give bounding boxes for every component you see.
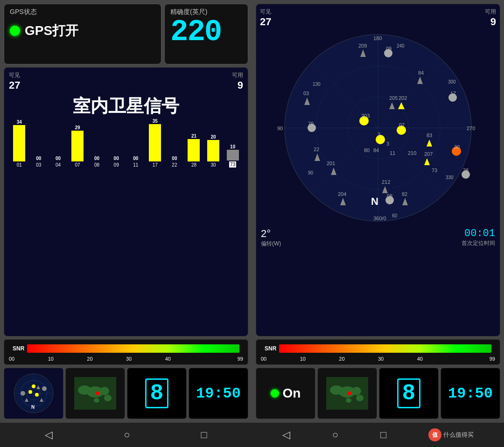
digit-thumbnail-right[interactable]: 8 <box>379 368 439 419</box>
svg-text:201: 201 <box>327 161 335 166</box>
svg-text:83: 83 <box>427 133 432 138</box>
accuracy-value: 220 <box>170 17 242 47</box>
svg-point-20 <box>96 391 99 395</box>
mini-radar-svg: N <box>13 372 55 414</box>
on-indicator: On <box>271 386 301 401</box>
bar-group: 0004 <box>49 156 68 168</box>
radar-panel: 可见 27 可用 9 <box>256 4 500 336</box>
time-thumbnail-right[interactable]: 19:50 <box>441 368 500 419</box>
recent-button-right[interactable]: □ <box>380 429 386 441</box>
svg-text:79: 79 <box>308 121 314 126</box>
digit-8-left: 8 <box>145 378 169 408</box>
snr-row-right: SNR <box>261 342 495 355</box>
svg-point-91 <box>352 387 361 395</box>
left-satellite-panel: 可见 27 可用 9 室内卫星信号 3401000300042907000800… <box>4 67 248 336</box>
svg-text:209: 209 <box>358 43 367 49</box>
declination-value: 2° <box>261 228 281 240</box>
svg-text:207: 207 <box>424 151 433 157</box>
right-thumbnails: On 8 19:50 <box>256 368 500 419</box>
bar-chart: 3401000300042907000800090011351700222128… <box>9 121 243 168</box>
radar-footer: 2° 偏转(W) 00:01 首次定位时间 <box>260 226 496 248</box>
svg-point-94 <box>348 391 351 395</box>
watermark-text: 什么值得买 <box>443 431 474 439</box>
time-display-left: 19:50 <box>196 385 241 402</box>
svg-text:130: 130 <box>313 82 321 87</box>
worldmap-thumbnail-right[interactable] <box>317 368 377 419</box>
svg-text:N: N <box>371 196 378 207</box>
svg-point-11 <box>21 391 25 396</box>
home-button-left[interactable]: ○ <box>124 429 130 441</box>
recent-button-left[interactable]: □ <box>201 429 207 441</box>
svg-text:84: 84 <box>418 70 424 76</box>
sat-usable-label: 可用 <box>232 71 243 79</box>
time-thumbnail-left[interactable]: 19:50 <box>189 368 248 419</box>
svg-text:212: 212 <box>382 179 390 185</box>
bar-group: 0022 <box>165 156 184 168</box>
radar-usable: 可用 9 <box>485 8 496 28</box>
back-button-right[interactable]: ◁ <box>282 429 290 441</box>
digit-thumbnail-left[interactable]: 8 <box>127 368 187 419</box>
mini-worldmap-svg-left <box>74 377 116 410</box>
svg-text:11: 11 <box>390 150 395 156</box>
main-radar-svg: 180 270 360/0 90 240 300 330 60 130 90 N… <box>271 30 485 226</box>
snr-numbers-right: 00 10 20 30 40 99 <box>261 356 495 362</box>
bar-group: 3401 <box>10 119 29 168</box>
bar-group: 2128 <box>184 133 203 168</box>
snr-gradient-bar-right <box>279 344 491 353</box>
svg-text:73: 73 <box>432 168 437 173</box>
svg-text:240: 240 <box>397 43 405 49</box>
navigation-bar: ◁ ○ □ ◁ ○ □ 值 什么值得买 <box>0 423 504 447</box>
svg-point-19 <box>94 398 99 403</box>
back-button-left[interactable]: ◁ <box>45 429 53 441</box>
svg-point-17 <box>100 387 109 395</box>
svg-point-7 <box>35 393 39 397</box>
svg-point-6 <box>28 390 32 394</box>
radar-usable-num: 9 <box>485 16 496 28</box>
indoor-signal-text: 室内卫星信号 <box>9 94 243 118</box>
gps-status-label: GPS状态 <box>10 8 155 16</box>
svg-text:90: 90 <box>277 126 283 131</box>
worldmap-thumbnail-left[interactable] <box>65 368 125 419</box>
right-panel: 可见 27 可用 9 <box>252 0 504 423</box>
gps-green-dot <box>10 26 20 36</box>
svg-text:17: 17 <box>450 91 456 96</box>
left-snr-legend: SNR 00 10 20 30 40 99 <box>4 339 248 365</box>
svg-text:30: 30 <box>454 144 460 150</box>
svg-point-5 <box>32 384 35 388</box>
svg-text:203: 203 <box>361 113 370 119</box>
snr-label-left: SNR <box>13 345 24 352</box>
left-thumbnails: N 8 <box>4 368 248 419</box>
sat-header: 可见 27 可用 9 <box>9 71 243 91</box>
on-text: On <box>283 386 301 401</box>
watermark: 值 什么值得买 <box>428 428 474 441</box>
svg-text:202: 202 <box>399 95 407 101</box>
fix-time-label: 首次定位时间 <box>462 239 495 247</box>
svg-point-18 <box>104 395 112 401</box>
svg-text:28: 28 <box>463 168 469 173</box>
svg-point-93 <box>346 398 351 403</box>
radar-thumbnail[interactable]: N <box>4 368 63 419</box>
svg-text:360/0: 360/0 <box>373 216 386 221</box>
radar-visible: 可见 27 <box>260 8 271 28</box>
right-snr-legend: SNR 00 10 20 30 40 99 <box>256 339 500 365</box>
sat-usable-num: 9 <box>232 79 243 91</box>
left-panel: GPS状态 GPS打开 精确度(英尺) 220 可见 27 可用 <box>0 0 252 423</box>
home-button-right[interactable]: ○ <box>332 429 338 441</box>
declination-label: 偏转(W) <box>261 240 281 248</box>
bar-group: 0009 <box>107 156 126 168</box>
bar-group: 3517 <box>146 119 165 168</box>
radar-usable-label: 可用 <box>485 8 496 16</box>
svg-text:09: 09 <box>386 46 392 51</box>
mini-worldmap-svg-right <box>326 377 368 410</box>
svg-text:N: N <box>31 405 35 410</box>
time-display-right: 19:50 <box>448 385 493 402</box>
radar-visible-label: 可见 <box>260 8 271 16</box>
main-content: GPS状态 GPS打开 精确度(英尺) 220 可见 27 可用 <box>0 0 504 423</box>
snr-label-right: SNR <box>265 345 276 352</box>
bar-group: 2907 <box>68 125 87 168</box>
svg-text:84: 84 <box>373 147 379 153</box>
svg-text:90: 90 <box>308 170 314 175</box>
svg-text:80: 80 <box>364 147 370 153</box>
on-indicator-thumbnail[interactable]: On <box>256 368 315 419</box>
svg-text:08: 08 <box>387 193 392 199</box>
